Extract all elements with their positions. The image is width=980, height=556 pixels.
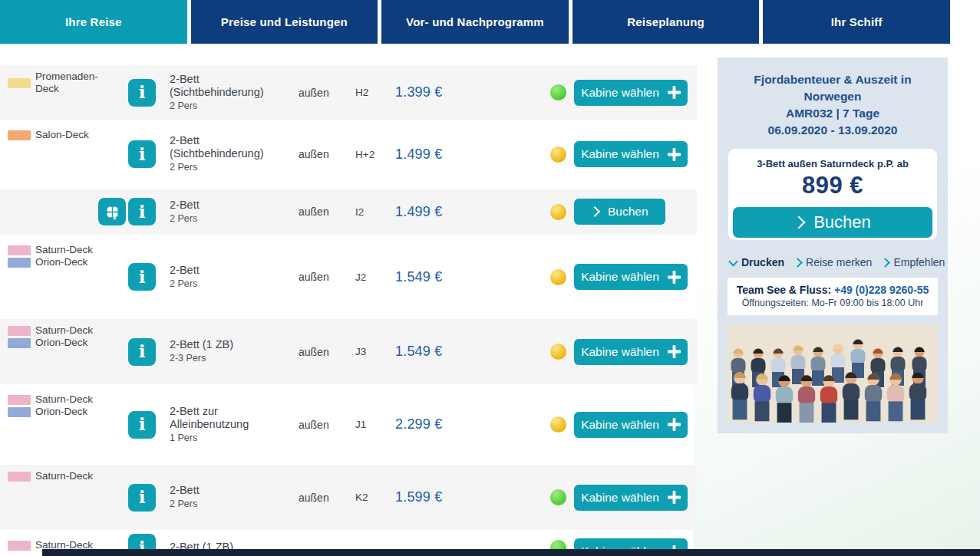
buchen-button[interactable]: Buchen — [574, 199, 665, 225]
save-trip-link[interactable]: Reise merken — [794, 256, 872, 268]
recommend-link-label: Empfehlen — [893, 256, 945, 268]
kabine-waehlen-button[interactable]: Kabine wählen — [574, 80, 688, 106]
cabin-occupancy: 1 Pers — [170, 432, 299, 445]
deck-name: Orion-Deck — [35, 406, 87, 418]
contact-hours: Öffnungszeiten: Mo-Fr 09:00 bis 18:00 Uh… — [729, 298, 936, 308]
chevron-down-icon — [728, 256, 738, 266]
trip-code-duration: AMR032 | 7 Tage — [725, 105, 940, 122]
cabin-type: 2-Bett(Sichtbehinderung) — [170, 134, 299, 160]
plus-icon — [668, 345, 681, 358]
tab-ihre-reise[interactable]: Ihre Reise — [0, 0, 187, 44]
cabin-price: 1.549 € — [395, 269, 476, 285]
cabin-row: Saturn-DeckOrion-Deck i 2-Bett (1 ZB) 2-… — [0, 319, 697, 384]
cabin-category-code: K2 — [351, 492, 395, 503]
deck-color-swatch — [8, 472, 31, 482]
info-icon[interactable]: i — [128, 263, 156, 291]
button-label: Buchen — [608, 205, 648, 219]
deck-name: Orion-Deck — [35, 256, 87, 268]
recommend-link[interactable]: Empfehlen — [882, 256, 945, 268]
cabin-description: 2-Bett 2 Pers — [163, 199, 299, 225]
cabin-location: außen — [299, 419, 351, 431]
cabin-type: 2-Bett — [170, 484, 299, 497]
deck-name: Salon-Deck — [35, 129, 89, 141]
cabin-row: Saturn-DeckOrion-Deck i 2-Bett 2 Pers au… — [0, 239, 697, 315]
trip-name: Fjordabenteuer & Auszeit in Norwegen — [725, 71, 940, 105]
buchen-main-label: Buchen — [813, 212, 871, 232]
cabin-row: Promenaden-Deck i 2-Bett(Sichtbehinderun… — [0, 65, 697, 120]
page: Ihre Reise Preise und Leistungen Vor- un… — [0, 0, 980, 556]
plus-icon — [668, 86, 681, 99]
deck-list: Saturn-DeckOrion-Deck — [0, 239, 96, 268]
action-cell: Kabine wählen — [574, 80, 697, 106]
info-icon[interactable]: i — [128, 411, 156, 439]
plus-icon — [668, 491, 681, 504]
deck-list: Promenaden-Deck — [0, 65, 96, 95]
button-label: Kabine wählen — [581, 147, 659, 161]
info-icon[interactable]: i — [128, 198, 156, 225]
deck-name: Saturn-Deck — [35, 393, 93, 406]
deck-color-swatch — [8, 130, 31, 140]
deck-label: Orion-Deck — [8, 406, 96, 418]
deck-label: Saturn-Deck — [8, 470, 96, 482]
cabin-category-code: J1 — [351, 419, 395, 430]
action-cell: Kabine wählen — [574, 264, 697, 290]
plus-icon — [668, 418, 681, 431]
kabine-waehlen-button[interactable]: Kabine wählen — [574, 485, 688, 511]
kabine-waehlen-button[interactable]: Kabine wählen — [574, 339, 688, 365]
cabin-description: 2-Bett(Sichtbehinderung) 2 Pers — [163, 134, 299, 174]
action-cell: Kabine wählen — [574, 339, 697, 365]
deck-name: Saturn-Deck — [35, 244, 93, 256]
cabin-price: 2.299 € — [395, 416, 476, 433]
cabin-location: außen — [299, 148, 351, 160]
cabin-price: 1.499 € — [395, 146, 476, 163]
cabin-type: 2-Bett zurAlleinbenutzung — [170, 405, 299, 431]
tab-preise-und-leistungen[interactable]: Preise und Leistungen — [191, 0, 378, 44]
print-link-label: Drucken — [741, 256, 784, 268]
info-icon-glyph: i — [139, 488, 146, 505]
availability-cell — [542, 489, 574, 505]
info-icon[interactable]: i — [128, 484, 156, 512]
contact-phone: +49 (0)228 9260-55 — [834, 284, 929, 296]
cabin-category-code: H+2 — [351, 149, 395, 160]
info-icon-glyph: i — [139, 202, 146, 220]
contact-team-label: Team See & Fluss: — [737, 284, 831, 296]
kabine-waehlen-button[interactable]: Kabine wählen — [574, 412, 688, 438]
cabin-type: 2-Bett — [170, 264, 299, 277]
row-icons: i — [96, 484, 163, 512]
cabin-row: Salon-Deck i 2-Bett(Sichtbehinderung) 2 … — [0, 123, 697, 185]
tab-vor-und-nachprogramm[interactable]: Vor- und Nachprogramm — [381, 0, 569, 44]
cabin-occupancy: 2 Pers — [170, 278, 299, 291]
team-photo — [728, 324, 938, 423]
tab-label: Vor- und Nachprogramm — [406, 15, 544, 28]
cabin-price: 1.599 € — [395, 489, 476, 505]
cabin-description: 2-Bett 2 Pers — [163, 484, 299, 511]
kabine-waehlen-button[interactable]: Kabine wählen — [574, 264, 688, 290]
deck-label: Saturn-Deck — [8, 324, 96, 337]
tab-ihr-schiff[interactable]: Ihr Schiff — [763, 0, 950, 44]
main-tabs: Ihre Reise Preise und Leistungen Vor- un… — [0, 0, 950, 44]
availability-indicator — [550, 204, 566, 220]
cabin-row: Saturn-Deck i 2-Bett 2 Pers außen K2 1.5… — [0, 465, 697, 530]
info-icon-glyph: i — [139, 145, 146, 163]
kabine-waehlen-button[interactable]: Kabine wählen — [574, 141, 688, 167]
clover-icon — [98, 198, 126, 225]
cabin-occupancy: 2 Pers — [170, 498, 299, 511]
buchen-main-button[interactable]: Buchen — [733, 207, 932, 238]
tab-label: Preise und Leistungen — [221, 15, 348, 28]
cabin-description: 2-Bett 2 Pers — [163, 264, 299, 291]
cabin-description: 2-Bett(Sichtbehinderung) 2 Pers — [163, 73, 299, 113]
price-box: 3-Bett außen Saturndeck p.P. ab 899 € Bu… — [728, 149, 937, 240]
print-link[interactable]: Drucken — [730, 256, 784, 268]
availability-cell — [542, 84, 574, 100]
chevron-right-icon — [589, 206, 600, 217]
trip-dates: 06.09.2020 - 13.09.2020 — [725, 122, 940, 139]
info-icon[interactable]: i — [128, 79, 156, 107]
row-icons: i — [96, 79, 163, 107]
info-icon[interactable]: i — [128, 338, 156, 366]
cabin-category-code: J3 — [351, 346, 395, 357]
info-icon[interactable]: i — [128, 140, 156, 168]
deck-color-swatch — [8, 395, 31, 405]
info-icon-glyph: i — [139, 342, 146, 360]
tab-reiseplanung[interactable]: Reiseplanung — [572, 0, 760, 44]
cabin-price: 1.399 € — [395, 84, 476, 100]
